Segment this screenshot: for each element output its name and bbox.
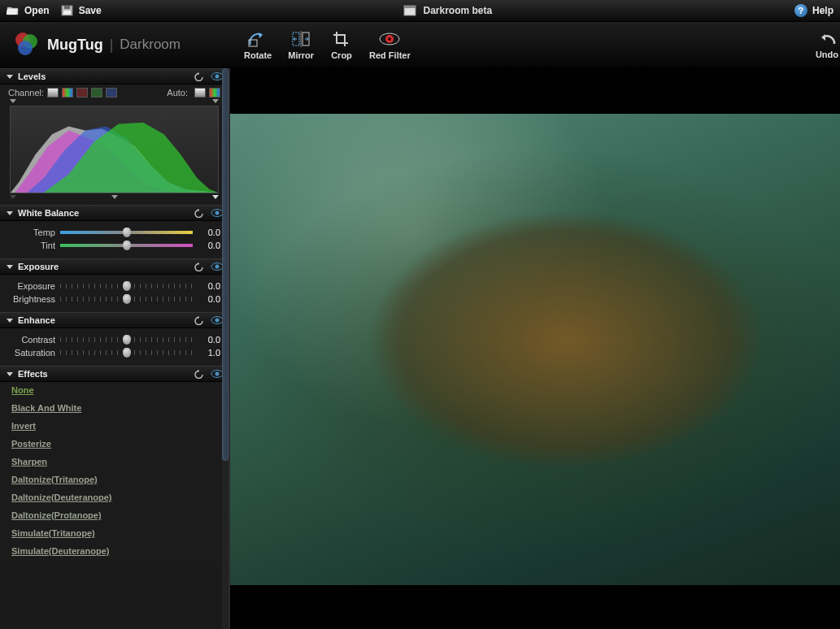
undo-tool[interactable]: Undo [816,30,840,59]
effect-link[interactable]: Simulate(Deuteranope) [11,546,109,556]
help-icon[interactable]: ? [794,4,807,17]
input-white-marker[interactable] [212,99,219,103]
undo-icon [816,30,838,50]
panel-header-white-balance[interactable]: White Balance [0,205,228,221]
saturation-slider[interactable] [60,349,193,357]
scrollbar-thumb[interactable] [222,68,228,461]
folder-open-icon [7,5,20,16]
panel-title: White Balance [18,208,79,218]
brand: MugTug | Darkroom [11,30,181,59]
help-label[interactable]: Help [812,5,833,16]
auto-luma-swatch[interactable] [194,88,206,98]
saturation-value: 1.0 [198,348,220,358]
effects-list: NoneBlack And WhiteInvertPosterizeSharpe… [0,382,228,562]
brand-product: Darkroom [120,37,181,53]
tint-label: Tint [8,241,55,250]
white-balance-panel-body: Temp 0.0 Tint 0.0 [0,221,228,258]
exposure-value: 0.0 [198,281,220,291]
contrast-value: 0.0 [198,335,220,345]
channel-blue-swatch[interactable] [106,88,117,98]
contrast-slider[interactable] [60,336,193,344]
brightness-label: Brightness [8,294,55,304]
output-black-marker[interactable] [10,195,16,199]
channel-red-swatch[interactable] [76,88,88,98]
levels-panel-body: Channel: Auto: [0,85,228,205]
channel-rgb-swatch[interactable] [62,88,73,98]
exposure-label: Exposure [8,281,55,291]
collapse-icon [7,372,13,376]
panel-title: Exposure [18,262,59,271]
red-filter-tool[interactable]: Red Filter [369,29,411,60]
auto-rgb-swatch[interactable] [209,88,220,98]
tint-slider[interactable] [60,241,193,249]
rotate-tool[interactable]: Rotate [244,29,272,60]
collapse-icon [7,319,13,323]
window-icon [403,5,416,16]
panel-header-effects[interactable]: Effects [0,366,228,382]
panel-header-enhance[interactable]: Enhance [0,312,228,328]
rotate-icon [246,29,269,49]
input-black-marker[interactable] [10,99,16,103]
crop-icon [330,29,353,49]
effect-link[interactable]: Simulate(Tritanope) [11,528,95,538]
panel-title: Effects [18,369,48,379]
save-label: Save [79,5,102,16]
effect-link[interactable]: Black And White [11,403,81,413]
app-title: Darkroom beta [423,5,492,16]
reset-icon[interactable] [193,71,206,82]
temp-label: Temp [8,228,55,237]
svg-point-24 [215,372,220,376]
saturation-label: Saturation [8,348,55,358]
reset-icon[interactable] [193,261,206,272]
crop-tool[interactable]: Crop [330,29,353,60]
temp-slider[interactable] [60,228,193,236]
svg-rect-1 [64,6,70,9]
contrast-label: Contrast [8,335,55,345]
photo-preview [230,114,840,585]
panel-header-exposure[interactable]: Exposure [0,258,228,275]
effect-link[interactable]: Sharpen [11,457,47,466]
panel-header-levels[interactable]: Levels [0,68,228,85]
channel-label: Channel: [8,88,44,98]
output-white-marker[interactable] [212,195,219,199]
effect-link[interactable]: None [11,385,34,395]
svg-rect-4 [404,6,416,8]
save-button[interactable]: Save [61,5,102,16]
brand-name: MugTug [47,37,103,54]
canvas-area[interactable] [230,68,840,629]
sidebar-scrollbar[interactable] [222,68,228,629]
reset-icon[interactable] [193,368,206,380]
effect-link[interactable]: Daltonize(Deuteranope) [11,492,111,502]
open-button[interactable]: Open [7,5,50,16]
channel-luma-swatch[interactable] [47,88,59,98]
svg-point-16 [215,75,220,79]
mirror-tool[interactable]: Mirror [288,29,314,60]
open-label: Open [24,5,50,16]
svg-point-7 [18,41,33,55]
tint-value: 0.0 [198,241,220,250]
reset-icon[interactable] [193,314,206,326]
eye-red-icon [378,29,401,49]
effect-link[interactable]: Posterize [11,439,51,449]
panel-title: Enhance [18,315,55,325]
exposure-slider[interactable] [60,282,193,290]
top-bar: Open Save Darkroom beta ? Help [0,0,840,22]
svg-point-18 [215,211,220,215]
effect-link[interactable]: Daltonize(Protanope) [11,510,102,520]
effect-link[interactable]: Invert [11,421,36,431]
mirror-icon [289,29,312,49]
effect-link[interactable]: Daltonize(Tritanope) [11,475,98,484]
collapse-icon [7,75,13,79]
channel-green-swatch[interactable] [91,88,102,98]
svg-rect-2 [63,11,71,15]
output-mid-marker[interactable] [111,195,118,199]
brightness-slider[interactable] [60,295,193,303]
collapse-icon [7,265,13,269]
floppy-disk-icon [61,5,74,16]
svg-point-14 [388,37,391,41]
svg-point-22 [215,319,220,323]
auto-label: Auto: [167,88,188,98]
brand-divider: | [110,37,114,54]
svg-point-20 [215,265,220,269]
reset-icon[interactable] [193,207,206,219]
